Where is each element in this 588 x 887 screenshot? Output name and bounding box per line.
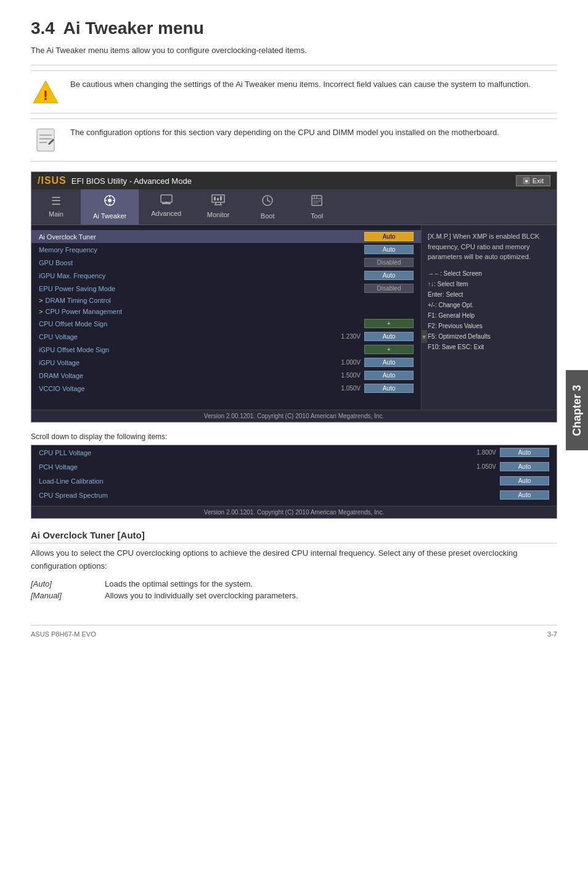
bios-row-vccio-voltage[interactable]: VCCIO Voltage 1.050V Auto <box>31 382 421 395</box>
bios-menu-list: Ai Overclock Tuner Auto Memory Frequency… <box>31 225 421 410</box>
option-auto-val: Loads the optimal settings for the syste… <box>105 579 557 588</box>
vccio-voltage-value: 1.050V <box>324 385 361 392</box>
bios-logo-text: /ISUS <box>38 175 67 186</box>
nav-tool[interactable]: Tool <box>292 189 341 225</box>
svg-rect-2 <box>37 129 54 151</box>
nav-main[interactable]: ☰ Main <box>31 189 81 225</box>
bios-row-pch[interactable]: PCH Voltage 1.050V Auto <box>31 460 557 474</box>
bios-row-cpu-spread[interactable]: CPU Spread Spectrum Auto <box>31 488 557 502</box>
help-enter: Enter: Select <box>428 289 550 300</box>
help-select-screen: →←: Select Screen <box>428 268 550 279</box>
warning-box: ! Be cautious when changing the settings… <box>31 70 557 113</box>
cpu-pll-badge: Auto <box>500 448 549 457</box>
bios-topbar: /ISUS EFI BIOS Utility - Advanced Mode ■… <box>31 172 557 189</box>
nav-advanced[interactable]: Advanced <box>139 189 194 225</box>
svg-text:!: ! <box>43 88 47 103</box>
subsection-title: Ai Overclock Tuner [Auto] <box>31 530 557 543</box>
svg-rect-20 <box>214 197 216 200</box>
cpu-voltage-badge: Auto <box>364 332 414 341</box>
bios-row-memory-freq[interactable]: Memory Frequency Auto <box>31 243 421 256</box>
dram-voltage-label: DRAM Voltage <box>39 372 324 379</box>
nav-boot-label: Boot <box>261 212 275 220</box>
bios-row-igpu-max[interactable]: iGPU Max. Frequency Auto <box>31 269 421 282</box>
bios-panel2: CPU PLL Voltage 1.800V Auto PCH Voltage … <box>31 445 557 519</box>
bios-row-cpu-power[interactable]: > CPU Power Management <box>31 306 421 317</box>
bios-row-dram-timing[interactable]: > DRAM Timing Control <box>31 295 421 306</box>
bios-title-text: EFI BIOS Utility - Advanced Mode <box>71 176 192 186</box>
bios-exit-button[interactable]: ■ Exit <box>516 175 550 186</box>
cpu-pll-value: 1.800V <box>459 449 496 456</box>
main-icon: ☰ <box>51 194 61 208</box>
dram-timing-label: DRAM Timing Control <box>45 297 414 304</box>
bios-row-cpu-voltage[interactable]: CPU Voltage 1.230V Auto <box>31 330 421 343</box>
bios-keyboard-help: →←: Select Screen ↑↓: Select Item Enter:… <box>428 268 550 352</box>
exit-label: Exit <box>533 177 544 184</box>
memory-freq-label: Memory Frequency <box>39 246 364 254</box>
svg-rect-14 <box>161 195 172 202</box>
bios-navbar: ☰ Main Ai Tweaker Advanced Monitor <box>31 189 557 225</box>
option-manual-key: [Manual] <box>31 591 105 600</box>
nav-boot[interactable]: Boot <box>243 189 292 225</box>
bios-help-panel: [X.M.P.] When XMP is enabled BLCK freque… <box>421 225 557 410</box>
help-f10: F10: Save ESC: Exit <box>428 342 550 352</box>
bios-main-content: Ai Overclock Tuner Auto Memory Frequency… <box>31 225 557 410</box>
section-desc: The Ai Tweaker menu items allow you to c… <box>31 46 557 55</box>
memory-freq-badge: Auto <box>364 245 414 254</box>
help-f2: F2: Previous Values <box>428 321 550 331</box>
cpu-spread-label: CPU Spread Spectrum <box>39 492 459 499</box>
igpu-voltage-badge: Auto <box>364 358 414 367</box>
igpu-offset-sign-label: iGPU Offset Mode Sign <box>39 346 364 353</box>
bios-row-gpu-boost[interactable]: GPU Boost Disabled <box>31 256 421 269</box>
vccio-voltage-label: VCCIO Voltage <box>39 385 324 392</box>
advanced-icon <box>160 194 173 207</box>
svg-rect-15 <box>162 203 171 204</box>
igpu-offset-sign-badge: + <box>364 345 414 354</box>
section-header: 3.4 Ai Tweaker menu <box>31 19 557 38</box>
loadline-badge: Auto <box>500 476 549 485</box>
vccio-voltage-badge: Auto <box>364 384 414 393</box>
bios-row-cpu-pll[interactable]: CPU PLL Voltage 1.800V Auto <box>31 445 557 460</box>
option-auto: [Auto] Loads the optimal settings for th… <box>31 579 557 588</box>
nav-ai-tweaker[interactable]: Ai Tweaker <box>81 189 139 225</box>
help-change-opt: +/-: Change Opt. <box>428 300 550 310</box>
bios-row-epu[interactable]: EPU Power Saving Mode Disabled <box>31 282 421 295</box>
ai-overclock-label: Ai Overclock Tuner <box>39 233 364 241</box>
gpu-boost-label: GPU Boost <box>39 259 364 266</box>
tool-icon <box>311 194 323 210</box>
bios-xmp-info: [X.M.P.] When XMP is enabled BLCK freque… <box>428 231 550 262</box>
nav-monitor[interactable]: Monitor <box>194 189 243 225</box>
pch-badge: Auto <box>500 462 549 471</box>
bios-screenshot: /ISUS EFI BIOS Utility - Advanced Mode ■… <box>31 171 557 423</box>
igpu-voltage-label: iGPU Voltage <box>39 359 324 366</box>
cpu-voltage-label: CPU Voltage <box>39 333 324 340</box>
epu-label: EPU Power Saving Mode <box>39 285 364 292</box>
help-f1: F1: General Help <box>428 310 550 321</box>
cpu-power-label: CPU Power Management <box>45 308 414 315</box>
cpu-voltage-value: 1.230V <box>324 333 361 340</box>
option-table: [Auto] Loads the optimal settings for th… <box>31 579 557 600</box>
bios-row-cpu-offset-sign[interactable]: CPU Offset Mode Sign + <box>31 317 421 330</box>
bios-row-igpu-voltage[interactable]: iGPU Voltage 1.000V Auto <box>31 356 421 369</box>
monitor-icon <box>211 194 225 208</box>
gpu-boost-badge: Disabled <box>364 258 414 267</box>
bios-row-ai-overclock[interactable]: Ai Overclock Tuner Auto <box>31 230 421 243</box>
nav-monitor-label: Monitor <box>207 211 230 218</box>
pch-label: PCH Voltage <box>39 463 459 471</box>
bios-row-loadline[interactable]: Load-Line Calibration Auto <box>31 474 557 488</box>
bios-row-igpu-offset-sign[interactable]: iGPU Offset Mode Sign + <box>31 343 421 356</box>
note-text: The configuration options for this secti… <box>70 126 499 139</box>
note-icon <box>31 126 60 154</box>
option-manual: [Manual] Allows you to individually set … <box>31 591 557 600</box>
cpu-spread-badge: Auto <box>500 490 549 500</box>
cpu-offset-sign-badge: + <box>364 319 414 328</box>
svg-rect-22 <box>220 196 222 200</box>
help-select-item: ↑↓: Select Item <box>428 279 550 289</box>
scroll-down-label: Scroll down to display the following ite… <box>31 432 557 441</box>
ai-overclock-badge: Auto <box>364 232 414 241</box>
cpu-pll-label: CPU PLL Voltage <box>39 449 459 456</box>
option-manual-val: Allows you to individually set overclock… <box>105 591 557 600</box>
bios-version-bar-2: Version 2.00.1201. Copyright (C) 2010 Am… <box>31 506 557 518</box>
nav-ai-tweaker-label: Ai Tweaker <box>93 212 126 220</box>
bios-row-dram-voltage[interactable]: DRAM Voltage 1.500V Auto <box>31 369 421 382</box>
note-box: The configuration options for this secti… <box>31 118 557 162</box>
